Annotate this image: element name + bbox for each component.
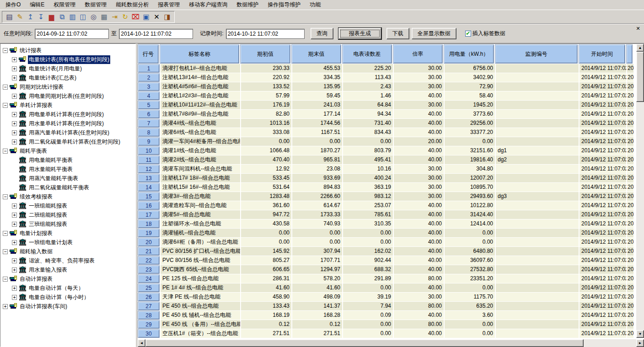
tree-item[interactable]: 用水量能耗平衡表 [0,165,135,174]
row-number[interactable]: 1 [138,64,160,73]
tree-item-label[interactable]: 能耗平衡表 [19,147,48,155]
column-header-4[interactable]: 电表读数差 [342,44,392,64]
table-row[interactable]: 11滴灌2#线--组合总电能470.40965.81495.4140.00198… [138,155,636,165]
table-row[interactable]: 29PE 450 线 （备用）--组合总电能0.120.120.0080.000… [138,320,636,329]
row-number[interactable]: 13 [138,174,160,182]
tree-item[interactable]: +用二氧化碳量单耗计算表(任意时间段) [0,137,135,146]
table-row[interactable]: 12滴灌车间混料机--组合总电能12.9223.0810.1630.00304.… [138,165,636,174]
expand-icon[interactable]: + [12,203,17,208]
table-row[interactable]: 8滴灌6#线--组合总电能333.081167.51834.4340.00333… [138,128,636,137]
collapse-icon[interactable]: − [3,249,8,254]
delete-tag-icon[interactable]: ⌧ [130,12,141,22]
table-row[interactable]: 7滴灌4#线--组合总电能1013.161744.56731.4040.0029… [138,119,636,128]
table-row[interactable]: 14注塑机15# 16#--组合总电能531.64894.83363.1930.… [138,183,636,192]
row-number[interactable]: 16 [138,201,160,210]
expand-icon[interactable]: + [12,286,17,291]
tree-item-label[interactable]: 谐波、畸变率、负荷率报表 [28,256,96,265]
tree-item-label[interactable]: 用电量能耗平衡表 [28,156,74,165]
tree-item-label[interactable]: 用蒸汽量单耗计算表(任意时间段) [28,128,110,137]
horizontal-scroll-thumb[interactable] [145,339,584,347]
tree-item[interactable]: +电量统计表(月用电量) [0,64,135,73]
tree-item-label[interactable]: 绩效考核报表 [19,192,54,201]
row-number[interactable]: 7 [138,119,160,128]
expand-icon[interactable]: + [12,75,17,80]
tree-item[interactable]: 用蒸汽量能耗平衡表 [0,174,135,183]
row-number[interactable]: 28 [138,311,160,320]
collapse-icon[interactable]: − [3,85,8,90]
tree-item-label[interactable]: 一班组能耗报表 [28,202,68,210]
menu-item-9[interactable]: 功能 [305,0,325,10]
menu-item-3[interactable]: 数据管理 [80,0,111,10]
form-icon[interactable]: ▤ [4,12,15,22]
tree-item-label[interactable]: 自动计算报表(车间) [19,302,68,311]
tree-item-label[interactable]: 同期对比统计报表 [19,83,64,91]
tree-item-label[interactable]: 三班组能耗报表 [28,220,68,229]
menu-item-8[interactable]: 操作指导维护 [263,0,305,10]
tree-item[interactable]: +用蒸汽量单耗计算表(任意时间段) [0,128,135,137]
tree-item[interactable]: 用二氧化碳量能耗平衡表 [0,183,135,192]
collapse-icon[interactable]: − [3,103,8,108]
tree-item[interactable]: +用水量单耗计算表(任意时间段) [0,119,135,128]
download-button[interactable]: 下载 [386,28,409,39]
row-number[interactable]: 3 [138,82,160,91]
row-number[interactable]: 22 [138,256,160,265]
tree-item[interactable]: +用电量单耗计算表(任意时间段) [0,110,135,119]
table-row[interactable]: 3注塑机4#5#6#--组合总电能133.52135.952.4330.0072… [138,82,636,91]
tree-item[interactable]: −能耗输入数据 [0,247,135,256]
tree-item[interactable]: −同期对比统计报表 [0,82,135,91]
tree-item-label[interactable]: 用水量能耗平衡表 [28,165,74,174]
tree-item[interactable]: +三班组能耗报表 [0,219,135,229]
row-number[interactable]: 6 [138,110,160,118]
table-row[interactable]: 27PE 450 线--组合总电能133.43141.377.9480.0063… [138,302,636,311]
tree-item[interactable]: +一班组电量计划表 [0,238,135,247]
refresh-icon[interactable]: ↻ [120,12,130,22]
tree-item[interactable]: +二班组能耗报表 [0,210,135,219]
row-number[interactable]: 23 [138,265,160,274]
row-number[interactable]: 4 [138,91,160,100]
vertical-scrollbar[interactable]: ▲ ▼ [636,44,644,338]
tree-item-label[interactable]: 电量统计表(月用电量) [28,64,83,73]
row-number[interactable]: 15 [138,192,160,201]
tree-item[interactable]: −单耗计算报表 [0,101,135,110]
period-start-input[interactable] [35,29,109,39]
tree-item-label[interactable]: 电量自动计算（每小时） [28,293,90,302]
tree-item-label[interactable]: 二班组能耗报表 [28,211,68,219]
expand-icon[interactable]: + [12,222,17,227]
row-number[interactable]: 5 [138,101,160,109]
table-row[interactable]: 10滴灌1#线--组合总电能1066.481870.27803.7940.003… [138,146,636,155]
collapse-icon[interactable]: − [3,149,8,154]
expand-icon[interactable]: + [12,258,17,263]
tree-item[interactable]: −统计报表 [0,46,135,55]
table-row[interactable]: 20滴灌6#柜（备用）--组合总电能0.000.000.0040.000.002… [138,238,636,247]
expand-icon[interactable]: + [12,121,17,126]
expand-icon[interactable]: + [12,94,17,99]
tree-item-label[interactable]: 单耗计算报表 [19,101,54,110]
table-row[interactable]: 23PVC陇西 65线--组合总电能606.651294.97688.3240.… [138,265,636,274]
column-header-7[interactable]: 监测编号 [495,44,578,64]
tree-item-label[interactable]: 用二氧化碳量能耗平衡表 [28,183,90,192]
row-number[interactable]: 11 [138,155,160,164]
export-icon[interactable]: ↥ [25,12,36,22]
row-number[interactable]: 10 [138,146,160,155]
row-number[interactable]: 26 [138,293,160,301]
table-row[interactable]: 21PVC 80/156 扩口机--组合总电能145.92307.94162.0… [138,247,636,256]
row-number[interactable]: 2 [138,73,160,82]
expand-icon[interactable]: + [3,304,8,309]
query-button[interactable]: 查询 [311,28,333,39]
scroll-left-button[interactable]: ◄ [138,339,145,347]
table-row[interactable]: 19滴灌辅机--组合总电能0.000.000.0040.000.002014/9… [138,229,636,238]
expand-icon[interactable]: + [12,66,17,71]
vertical-scroll-thumb[interactable] [636,52,644,102]
table-row[interactable]: 22PVC 80/156 线--组合总电能805.271707.71902.44… [138,256,636,265]
tree-item[interactable]: −能耗平衡表 [0,146,135,155]
expand-icon[interactable]: + [12,295,17,300]
column-header-3[interactable]: 期末值 [291,44,341,64]
expand-icon[interactable]: + [12,130,17,135]
tree-item-label[interactable]: 用蒸汽量能耗平衡表 [28,174,79,183]
tree-item-label[interactable]: 电量自动计算（每天） [28,284,85,293]
tree-item-label[interactable]: 电量统计表(所有电表任意时间段) [28,55,110,64]
tree-item[interactable]: −绩效考核报表 [0,192,135,201]
menu-item-4[interactable]: 能耗数据分析 [111,0,153,10]
horizontal-scrollbar[interactable]: ◄ ► [138,339,644,347]
menu-item-0[interactable]: 操作O [1,0,25,10]
